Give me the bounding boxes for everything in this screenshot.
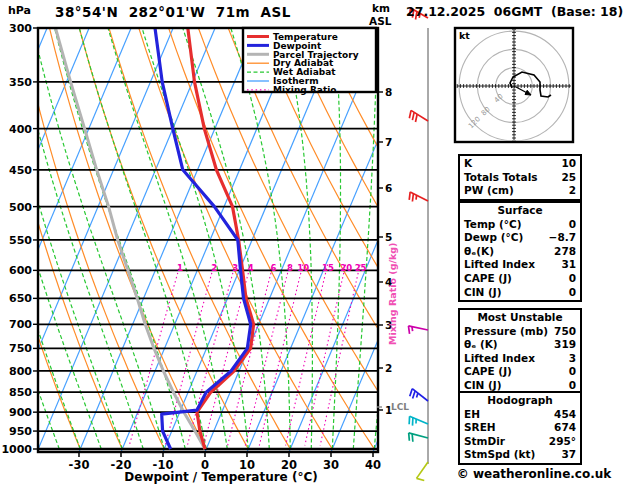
table-row: StmDir295°: [460, 435, 580, 449]
table-section-title: Hodograph: [460, 394, 580, 408]
pressure-tick-label: 1000: [1, 443, 32, 456]
table-row-value: 750: [554, 325, 576, 339]
table-row-value: 3: [569, 352, 576, 366]
table-row-label: Temp (°C): [464, 218, 522, 232]
skewt-sounding-page: 3003504004505005506006507007508008509009…: [0, 0, 629, 486]
table-row: θₑ(K)278: [460, 245, 580, 259]
table-row-label: Dewp (°C): [464, 231, 523, 245]
km-tick-label: 5: [385, 231, 392, 243]
table-row-label: StmSpd (kt): [464, 448, 535, 462]
mixing-ratio-value-label: 4: [248, 263, 254, 273]
pressure-tick-label: 750: [9, 342, 32, 355]
indices-table-section: Most UnstablePressure (mb)750θₑ (K)319Li…: [458, 308, 582, 396]
mixing-ratio-value-label: 6: [270, 263, 276, 273]
indices-table-section: HodographEH454SREH674StmDir295°StmSpd (k…: [458, 391, 582, 465]
wind-barb: [410, 389, 428, 401]
lcl-label: LCL: [391, 402, 409, 412]
table-row-label: Lifted Index: [464, 352, 535, 366]
table-row-value: 0: [569, 218, 576, 232]
table-row-value: 0: [569, 365, 576, 379]
x-tick-label: -30: [69, 458, 90, 472]
table-row-label: CAPE (J): [464, 365, 512, 379]
hodograph-unit-label: kt: [459, 30, 470, 41]
table-row: CAPE (J)0: [460, 272, 580, 286]
table-row-value: 319: [554, 338, 576, 352]
station-title: 38°54'N 282°01'W 71m ASL: [55, 4, 291, 20]
table-section-title: Surface: [460, 204, 580, 218]
table-row-label: StmDir: [464, 435, 505, 449]
pressure-tick-label: 950: [9, 425, 32, 438]
km-tick-label: 2: [385, 362, 392, 374]
wind-barb-column: [408, 8, 428, 480]
mixing-ratio-value-label: 15: [322, 263, 334, 273]
table-row: Pressure (mb)750: [460, 325, 580, 339]
height-axis-unit-km: km: [372, 2, 390, 14]
table-row-label: Totals Totals: [464, 171, 538, 185]
table-row: PW (cm)2: [460, 184, 580, 198]
pressure-tick-label: 500: [9, 201, 32, 214]
table-row: K10: [460, 157, 580, 171]
pressure-tick-label: 650: [9, 292, 32, 305]
table-row-label: CAPE (J): [464, 272, 512, 286]
x-tick-label: 40: [365, 458, 381, 472]
mixing-ratio-labels: 12346810152025Mixing Ratio (g/kg): [177, 243, 398, 345]
temperature-axis: -30-20-10010203040: [69, 452, 381, 472]
table-row-value: 295°: [549, 435, 576, 449]
table-row-value: 31: [561, 258, 576, 272]
pressure-tick-label: 550: [9, 234, 32, 247]
pressure-tick-label: 850: [9, 386, 32, 399]
table-row-label: CIN (J): [464, 286, 502, 300]
pressure-tick-label: 600: [9, 264, 32, 277]
pressure-tick-label: 300: [9, 22, 32, 35]
wind-barb: [417, 462, 428, 480]
table-row-label: EH: [464, 408, 480, 422]
table-row: Temp (°C)0: [460, 218, 580, 232]
km-tick-label: 7: [385, 136, 392, 148]
mixing-ratio-value-label: 3: [232, 263, 238, 273]
wind-barb: [409, 433, 428, 442]
table-row: CIN (J)0: [460, 286, 580, 300]
pressure-tick-label: 700: [9, 318, 32, 331]
table-row-label: Pressure (mb): [464, 325, 548, 339]
mixing-ratio-axis-label: Mixing Ratio (g/kg): [387, 243, 398, 345]
run-datetime: 27.12.2025 06GMT (Base: 18): [406, 4, 623, 19]
pressure-tick-label: 450: [9, 164, 32, 177]
height-axis-unit-asl: ASL: [369, 15, 391, 27]
table-row: StmSpd (kt)37: [460, 448, 580, 462]
indices-table-section: SurfaceTemp (°C)0Dewp (°C)−8.7θₑ(K)278Li…: [458, 201, 582, 302]
mixing-ratio-value-label: 2: [211, 263, 217, 273]
pressure-tick-label: 400: [9, 123, 32, 136]
table-row-label: K: [464, 157, 472, 171]
table-row: CAPE (J)0: [460, 365, 580, 379]
credit-watermark: © weatheronline.co.uk: [436, 467, 629, 481]
table-row-value: 0: [569, 272, 576, 286]
table-row: EH454: [460, 408, 580, 422]
table-row-label: SREH: [464, 421, 496, 435]
table-row: SREH674: [460, 421, 580, 435]
table-row-label: θₑ(K): [464, 245, 494, 259]
table-row: θₑ (K)319: [460, 338, 580, 352]
hodograph-panel: 4080120kt: [454, 26, 573, 144]
mixing-ratio-value-label: 8: [287, 263, 293, 273]
wind-barb: [409, 416, 428, 425]
table-row: Dewp (°C)−8.7: [460, 231, 580, 245]
indices-table-section: K10Totals Totals25PW (cm)2: [458, 154, 582, 201]
x-axis-label: Dewpoint / Temperature (°C): [98, 470, 344, 484]
mixing-ratio-value-label: 1: [177, 263, 183, 273]
table-row: Lifted Index31: [460, 258, 580, 272]
km-tick-label: 8: [385, 86, 392, 98]
pressure-tick-label: 900: [9, 406, 32, 419]
table-row-label: Lifted Index: [464, 258, 535, 272]
mixing-ratio-value-label: 20: [340, 263, 352, 273]
table-row-value: 674: [554, 421, 576, 435]
pressure-tick-label: 350: [9, 76, 32, 89]
table-row-label: PW (cm): [464, 184, 514, 198]
wind-barb: [408, 326, 428, 334]
table-row-value: 10: [561, 157, 576, 171]
table-row-value: 0: [569, 286, 576, 300]
legend-label: Mixing Ratio: [273, 85, 337, 95]
wind-barb: [409, 110, 428, 122]
table-section-title: Most Unstable: [460, 311, 580, 325]
table-row-value: 454: [554, 408, 576, 422]
table-row-value: 2: [569, 184, 576, 198]
